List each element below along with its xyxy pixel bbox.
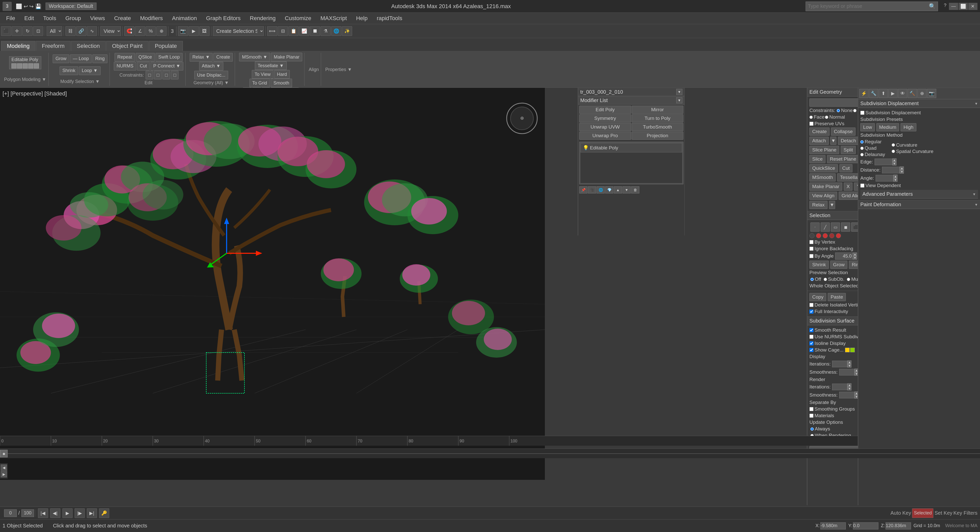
render-iter-value[interactable]: 0 — [832, 384, 847, 390]
isoline-cb[interactable]: Isoline Display — [810, 341, 846, 346]
panel-render-icon[interactable]: 📷 — [927, 89, 936, 98]
split-btn[interactable]: Split — [841, 146, 856, 154]
by-angle-cb[interactable]: By Angle — [810, 253, 834, 259]
regular-radio[interactable]: Regular — [860, 139, 885, 145]
play-btn[interactable]: ▶ — [62, 508, 73, 518]
create-btn[interactable]: Create — [810, 127, 829, 136]
sel-icon-elem[interactable] — [34, 64, 39, 68]
angle-snap[interactable]: ∠ — [135, 26, 145, 36]
unwrap-uvw-btn[interactable]: Unwrap UVW — [579, 123, 631, 131]
prev-frame-btn[interactable]: ◀| — [50, 508, 60, 518]
full-interactivity-cb[interactable]: Full Interactivity — [810, 309, 848, 314]
unwrap-pro-btn[interactable]: Unwrap Pro — [579, 132, 631, 140]
panel-misc-icon[interactable]: ⊕ — [917, 89, 926, 98]
ang-down[interactable]: ▼ — [893, 178, 897, 182]
sel-icon-poly[interactable] — [28, 64, 33, 68]
to-view-btn[interactable]: To View — [252, 70, 274, 79]
schematic-view[interactable]: 🔲 — [310, 26, 320, 36]
display-iter-value[interactable]: 1 — [832, 361, 847, 367]
quad-radio[interactable]: Quad — [860, 145, 885, 151]
menu-create[interactable]: Create — [110, 14, 135, 23]
panel-hierarchy-icon[interactable]: ⬆ — [879, 89, 888, 98]
stack-up-btn[interactable]: ▲ — [614, 186, 622, 194]
grow-btn[interactable]: Grow — [53, 54, 69, 63]
slice-plane-btn[interactable]: Slice Plane — [810, 146, 839, 154]
bind-space-warp[interactable]: ∿ — [87, 26, 97, 36]
relax-dropdown[interactable]: ▼ — [829, 201, 835, 209]
create-selection-set[interactable]: Create Selection Set — [213, 26, 264, 36]
named-sel-paste-btn[interactable]: Paste — [828, 293, 846, 301]
menu-file[interactable]: File — [2, 14, 19, 23]
menu-tools[interactable]: Tools — [39, 14, 60, 23]
link-tool[interactable]: ⛓ — [65, 26, 76, 36]
menu-rendering[interactable]: Rendering — [246, 14, 280, 23]
detach-btn[interactable]: Detach — [838, 137, 859, 145]
always-radio[interactable]: Always — [810, 426, 830, 432]
cage-color-1[interactable] — [845, 348, 850, 352]
constraint-none[interactable]: □ — [146, 71, 153, 79]
menu-animation[interactable]: Animation — [168, 14, 201, 23]
low-preset-btn[interactable]: Low — [860, 123, 875, 131]
mirror-btn-panel[interactable]: Mirror — [632, 106, 684, 114]
x-coord-input[interactable] — [820, 522, 846, 529]
advanced-parameters-header[interactable]: Advanced Parameters ▼ — [860, 190, 978, 199]
spatial-curvature-radio[interactable]: Spatial Curvature — [892, 149, 934, 154]
panel-create-icon[interactable]: ⚡ — [859, 89, 869, 98]
loop-dd[interactable]: Loop ▼ — [79, 67, 100, 75]
subdiv-disp-cb[interactable]: Subdivision Displacement — [860, 110, 921, 116]
search-bar[interactable]: 🔍 — [806, 2, 938, 11]
repeat-btn[interactable]: Repeat — [115, 53, 135, 62]
scale-tool[interactable]: ⊡ — [33, 26, 43, 36]
pconnect-btn[interactable]: P Connect ▼ — [151, 62, 183, 70]
workspace-selector[interactable]: Workspace: Default — [46, 3, 97, 10]
constraint-normal-radio[interactable]: Normal — [825, 114, 845, 120]
grow-btn-panel[interactable]: Grow — [830, 260, 847, 269]
sel-icon-polygon-panel[interactable]: ◼ — [841, 222, 850, 232]
tab-populate[interactable]: Populate — [149, 41, 183, 51]
menu-maxscript[interactable]: MAXScript — [317, 14, 351, 23]
attach-btn-ribbon[interactable]: Attach ▼ — [199, 62, 224, 70]
align-btn[interactable]: ⊟ — [278, 26, 288, 36]
stack-mat-btn[interactable]: 💎 — [605, 186, 613, 194]
help-icon[interactable]: ? — [942, 3, 948, 10]
constraint-none-radio[interactable]: None — [837, 108, 853, 113]
rotate-tool[interactable]: ↻ — [22, 26, 33, 36]
smooth-btn[interactable]: Smooth — [270, 79, 292, 87]
attach-btn[interactable]: Attach — [810, 137, 829, 145]
nurms-btn[interactable]: NURMS — [114, 62, 136, 70]
ang-up[interactable]: ▲ — [893, 175, 897, 178]
viewport-next-btn[interactable]: ▶ — [1, 471, 7, 477]
turn-to-poly-btn[interactable]: Turn to Poly — [632, 114, 684, 122]
cage-color-2[interactable] — [850, 348, 855, 352]
stack-pin-btn[interactable]: 📌 — [579, 186, 587, 194]
collapse-btn[interactable]: Collapse — [831, 127, 856, 136]
render-env[interactable]: 🌐 — [331, 26, 341, 36]
delaunay-radio[interactable]: Delaunay — [860, 152, 885, 157]
sel-icon-vertex[interactable] — [11, 64, 17, 68]
mirror-btn[interactable]: ⟺ — [267, 26, 277, 36]
edge-up[interactable]: ▲ — [892, 158, 896, 162]
rend-iter-down[interactable]: ▼ — [847, 387, 851, 391]
make-planar-btn-ribbon[interactable]: Make Planar — [271, 53, 302, 61]
subdivision-displacement-header[interactable]: Subdivision Displacement ▼ — [858, 99, 980, 108]
total-frames-input[interactable] — [21, 509, 34, 517]
snap-toggle[interactable]: 🧲 — [124, 26, 134, 36]
by-vertex-cb[interactable]: By Vertex — [810, 239, 835, 245]
go-end-btn[interactable]: ▶| — [87, 508, 97, 518]
tab-freeform[interactable]: Freeform — [36, 41, 70, 51]
go-start-btn[interactable]: |◀ — [38, 508, 48, 518]
close-button[interactable]: ✕ — [968, 3, 977, 10]
render-effects[interactable]: ✨ — [342, 26, 352, 36]
delete-isolated-cb[interactable]: Delete Isolated Vertices — [810, 302, 865, 308]
y-coord-input[interactable] — [853, 522, 878, 529]
slice-btn[interactable]: Slice — [810, 155, 826, 163]
edit-poly-btn[interactable]: Edit Poly — [579, 106, 631, 114]
display-smooth-value[interactable]: 1.0 — [839, 369, 854, 375]
qslice-btn[interactable]: QSlice — [136, 53, 155, 62]
swift-loop-btn[interactable]: Swift Loop — [156, 53, 183, 62]
attach-dropdown[interactable]: ▼ — [830, 137, 837, 145]
dist-down[interactable]: ▼ — [900, 170, 904, 174]
tab-modeling[interactable]: Modeling — [1, 41, 35, 51]
medium-preset-btn[interactable]: Medium — [877, 123, 899, 131]
percent-snap[interactable]: % — [146, 26, 156, 36]
